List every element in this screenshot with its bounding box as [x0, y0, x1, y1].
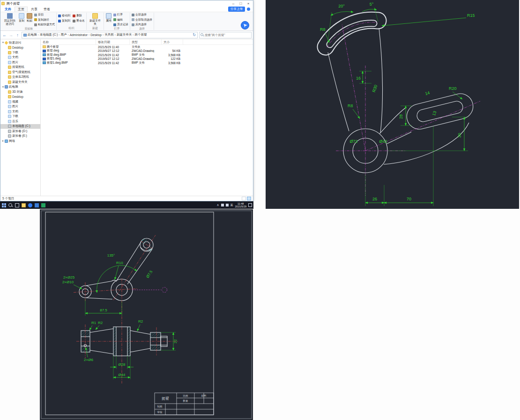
task-view-icon[interactable]	[15, 203, 19, 207]
file-row[interactable]: 摇臂.dwg.BMP 2021/5/29 11:42 BMP 文件 3,568 …	[41, 53, 253, 57]
crumb-users[interactable]: 用户	[60, 33, 67, 37]
sidebar-item-rocker-drawings[interactable]: 摇臂图纸	[0, 65, 40, 70]
sidebar-item-local-disk-c[interactable]: 本地磁盘 (C:)	[0, 124, 40, 129]
quick-access-icon	[5, 41, 8, 44]
input-language-indicator[interactable]: 英	[230, 203, 233, 207]
column-type[interactable]: 类型	[130, 39, 162, 44]
select-all-button[interactable]: 全部选择	[132, 13, 152, 17]
sidebar-item-pc-downloads[interactable]: 下载	[0, 114, 40, 119]
file-row[interactable]: 摇臂1.dwg.BMP 2021/5/29 11:42 BMP 文件 3,568…	[41, 61, 253, 65]
move-to-icon	[58, 15, 61, 17]
sidebar-item-downloads[interactable]: 下载	[0, 50, 40, 55]
sidebar-item-volume-d[interactable]: 新加卷 (D:)	[0, 129, 40, 134]
close-button[interactable]: ×	[245, 1, 252, 6]
paste-button[interactable]: 粘贴	[26, 13, 33, 23]
minimize-button[interactable]: –	[230, 1, 237, 6]
taskbar-app-icon[interactable]	[35, 203, 39, 207]
network-icon	[5, 140, 8, 143]
copy-path-button[interactable]: 复制路径	[34, 18, 55, 22]
rename-icon	[73, 20, 75, 22]
sidebar-item-music[interactable]: 音乐	[0, 119, 40, 124]
pin-quick-access-button[interactable]: 固定到快速访问	[3, 13, 17, 26]
sidebar-item-pc-documents[interactable]: 文档	[0, 109, 40, 114]
move-to-button[interactable]: 移动到	[58, 14, 70, 18]
tab-file[interactable]: 文件	[2, 7, 14, 12]
search-box[interactable]	[199, 32, 252, 38]
file-row[interactable]: 摇臂1.dwg 2019/5/27 12:12 ZWCAD.Drawing 12…	[41, 57, 253, 61]
sidebar-item-documents[interactable]: 文档	[0, 55, 40, 60]
paste-shortcut-button[interactable]: 粘贴快捷方式	[34, 22, 55, 27]
rename-button[interactable]: 重命名	[73, 19, 85, 23]
file-date: 2019/5/27 12:12	[96, 49, 130, 52]
tray-expand-icon[interactable]: ∧	[216, 203, 219, 207]
sidebar-this-pc[interactable]: 此电脑	[0, 85, 40, 90]
taskbar-clock[interactable]: 11:48 2021/5/29	[235, 202, 246, 208]
file-row[interactable]: 摇臂.dwg 2019/5/27 12:12 ZWCAD.Drawing 54 …	[41, 49, 253, 53]
taskbar-explorer-icon[interactable]	[22, 203, 26, 207]
sidebar-item-new-folder[interactable]: 新建文件夹	[0, 80, 40, 85]
titlebar[interactable]: 两个摇臂 – □ ×	[0, 0, 253, 7]
new-folder-button[interactable]: 新建文件夹	[88, 13, 102, 26]
history-button[interactable]: 历史记录	[113, 22, 128, 27]
column-date[interactable]: 修改日期	[96, 39, 130, 44]
dim-label: R20	[449, 86, 457, 91]
volume-icon[interactable]	[221, 204, 224, 206]
dim-label: R8	[348, 103, 353, 108]
invert-selection-button[interactable]: 反向选择	[132, 22, 152, 27]
sidebar-item-videos[interactable]: 视频	[0, 99, 40, 104]
tab-share[interactable]: 共享	[28, 7, 40, 12]
copy-button[interactable]: 复制	[18, 13, 25, 23]
sidebar-item-pc-pictures[interactable]: 图片	[0, 104, 40, 110]
file-row[interactable]: 两个摇臂 2021/5/29 11:40 文件夹	[41, 45, 253, 49]
sidebar-network[interactable]: 网络	[0, 139, 40, 144]
crumb-administrator[interactable]: Administrator	[70, 33, 88, 37]
crumb-drive-c[interactable]: 本地磁盘 (C:)	[40, 33, 58, 37]
copy-to-button[interactable]: 复制到	[58, 19, 70, 23]
select-none-button[interactable]: 全部取消选择	[132, 18, 152, 22]
sidebar-item-spring-drawings[interactable]: 空气弹簧图纸	[0, 70, 40, 75]
taskbar-browser-icon[interactable]	[28, 203, 32, 207]
edit-button[interactable]: 编辑	[113, 18, 128, 22]
back-button[interactable]: ←	[2, 32, 7, 38]
crumb-this-pc[interactable]: 此电脑	[28, 33, 37, 37]
cut-button[interactable]: 剪切	[34, 13, 55, 17]
refresh-icon[interactable]: ↻	[193, 33, 196, 37]
breadcrumb[interactable]: 此电脑› 本地磁盘 (C:)› 用户› Administrator› Deskt…	[22, 32, 198, 38]
taskbar-search-icon[interactable]	[8, 203, 13, 207]
sidebar-item-pictures[interactable]: 图片	[0, 60, 40, 65]
forward-button[interactable]: →	[8, 32, 14, 38]
cad-viewport-bottom: 135° R10 2×Ø25 2×Ø10 Ø7.5 87.5	[40, 209, 253, 420]
sidebar-item-volume-e[interactable]: 新加卷 (E:)	[0, 134, 40, 139]
paste-shortcut-icon	[34, 23, 37, 26]
start-button[interactable]	[2, 203, 6, 207]
crumb-new-folder[interactable]: 新建文件夹	[117, 33, 132, 37]
crumb-current-folder[interactable]: 两个摇臂	[135, 33, 147, 37]
properties-button[interactable]: 属性	[105, 13, 112, 23]
delete-button[interactable]: 删除	[73, 14, 85, 18]
network-icon[interactable]	[226, 204, 229, 206]
column-size[interactable]: 大小	[162, 39, 183, 44]
tab-home[interactable]: 主页	[15, 7, 28, 12]
tab-view[interactable]: 查看	[41, 7, 53, 12]
copy-path-icon	[34, 18, 37, 21]
search-input[interactable]	[205, 33, 250, 37]
list-view-button[interactable]	[242, 197, 246, 200]
taskbar-cad-icon[interactable]	[41, 203, 45, 207]
netdisk-shield-icon[interactable]	[241, 21, 249, 29]
up-button[interactable]: ↑	[15, 32, 20, 38]
sidebar-item-3d-objects[interactable]: 3D 对象	[0, 89, 40, 95]
thumbnail-view-button[interactable]	[247, 197, 251, 200]
sidebar-item-pc-desktop[interactable]: Desktop	[0, 95, 40, 100]
share-upload-button[interactable]: 分享上传	[228, 7, 245, 12]
crumb-fixture-drawings[interactable]: 夹具图	[104, 33, 114, 37]
sidebar-quick-access[interactable]: 快速访问	[0, 40, 40, 45]
help-icon[interactable]	[247, 7, 250, 11]
column-name[interactable]: 名称	[41, 39, 96, 44]
open-button[interactable]: 打开	[113, 13, 128, 17]
crumb-desktop[interactable]: Desktop	[90, 33, 102, 37]
sidebar-item-desktop[interactable]: Desktop	[0, 45, 40, 51]
sidebar-item-warehouse-drawings[interactable]: 立体库2图纸	[0, 75, 40, 80]
maximize-button[interactable]: □	[237, 1, 245, 6]
bmp-file-icon	[43, 53, 46, 56]
notification-center-icon[interactable]	[248, 203, 252, 207]
